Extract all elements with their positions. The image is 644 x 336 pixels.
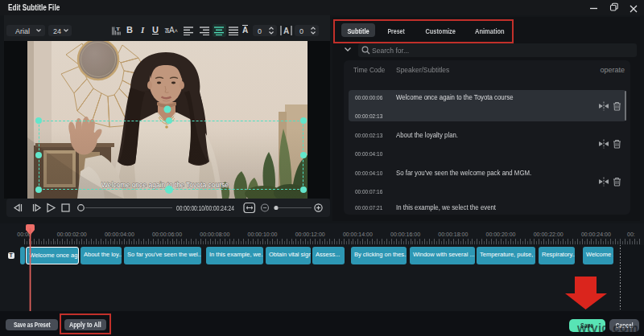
svg-text:A: A	[283, 27, 289, 35]
svg-text:T: T	[116, 27, 120, 32]
